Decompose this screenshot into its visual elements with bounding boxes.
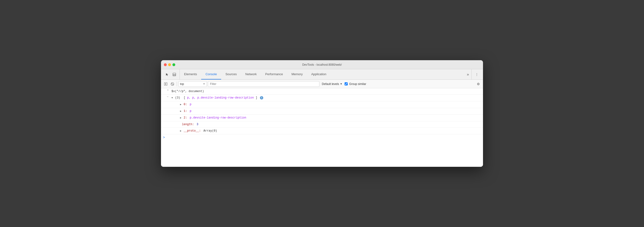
dock-icon[interactable] [171, 71, 178, 78]
console-row-item-0: ▶ 0: p [161, 101, 483, 108]
collapse-arrow-icon[interactable]: ▼ [172, 97, 173, 99]
console-row-input: > $x("//p", document) [161, 88, 483, 95]
array-bracket-close: ] [256, 96, 257, 99]
array-preview-text: p, p, p.devsite-landing-row-description [187, 96, 254, 99]
window-title: DevTools - localhost:8080/web/ [302, 63, 342, 66]
levels-arrow-icon: ▼ [340, 83, 342, 85]
expand-arrow-1-icon[interactable]: ▶ [180, 110, 182, 113]
traffic-lights [164, 63, 175, 66]
proto-key: __proto__: [184, 129, 201, 133]
tab-console[interactable]: Console [201, 69, 221, 80]
tab-performance[interactable]: Performance [261, 69, 287, 80]
context-selector[interactable]: top ▼ [178, 81, 207, 87]
console-row-proto: ▶ __proto__: Array(0) [161, 128, 483, 134]
context-arrow-icon: ▼ [203, 83, 205, 85]
prop-val-2: p.devsite-landing-row-description [190, 116, 246, 119]
levels-selector[interactable]: Default levels ▼ [320, 82, 344, 86]
tab-network[interactable]: Network [241, 69, 261, 80]
svg-line-6 [172, 83, 173, 85]
toolbar-separator-1 [177, 82, 177, 86]
console-item-1-content: ▶ 1: p [175, 109, 483, 114]
console-live-input[interactable] [166, 135, 481, 140]
tab-elements[interactable]: Elements [180, 69, 201, 80]
tab-sources[interactable]: Sources [221, 69, 241, 80]
console-length-content: length: 3 [170, 122, 483, 127]
console-row-item-1: ▶ 1: p [161, 108, 483, 115]
tab-bar-right: ⋮ [471, 69, 482, 80]
console-row-item-2: ▶ 2: p.devsite-landing-row-description [161, 115, 483, 121]
expand-arrow-proto-icon[interactable]: ▶ [180, 130, 182, 132]
tab-bar-icons [162, 69, 180, 80]
console-row-length: length: 3 [161, 121, 483, 128]
prop-key-0: 0: [184, 103, 187, 106]
devtools-window: DevTools - localhost:8080/web/ Elements [161, 60, 483, 167]
more-options-button[interactable]: ⋮ [474, 71, 480, 78]
tab-bar: Elements Console Sources Network Perform… [161, 69, 483, 80]
console-area[interactable]: > $x("//p", document) ← ▼ (3) [ p, p, p.… [161, 88, 483, 167]
console-output-header-content: ▼ (3) [ p, p, p.devsite-landing-row-desc… [170, 95, 483, 101]
levels-label: Default levels [322, 82, 339, 86]
settings-gear-button[interactable]: ⚙ [476, 81, 481, 87]
length-value: 3 [197, 123, 198, 126]
console-row-output-header: ← ▼ (3) [ p, p, p.devsite-landing-row-de… [161, 95, 483, 101]
clear-console-button[interactable] [170, 81, 175, 87]
info-icon[interactable]: i [260, 96, 263, 99]
group-similar-label: Group similar [349, 82, 366, 86]
array-count: (3) [175, 96, 182, 99]
prop-val-0: p [190, 103, 192, 106]
console-input-text: $x("//p", document) [172, 90, 204, 93]
title-bar: DevTools - localhost:8080/web/ [161, 60, 483, 69]
maximize-button[interactable] [172, 63, 175, 66]
expand-arrow-2-icon[interactable]: ▶ [180, 117, 182, 119]
close-button[interactable] [164, 63, 167, 66]
array-bracket-open: [ [184, 96, 185, 99]
console-input-content: $x("//p", document) [170, 89, 483, 94]
group-similar-checkbox[interactable] [344, 82, 348, 85]
filter-input[interactable] [208, 81, 320, 87]
console-toolbar: top ▼ Default levels ▼ Group similar ⚙ [161, 80, 483, 88]
console-gutter-2: ← [161, 95, 170, 98]
prop-key-1: 1: [184, 109, 187, 113]
prop-key-2: 2: [184, 116, 187, 119]
svg-marker-4 [165, 83, 166, 85]
console-item-2-content: ▶ 2: p.devsite-landing-row-description [175, 115, 483, 121]
console-item-0-content: ▶ 0: p [175, 102, 483, 107]
expand-arrow-0-icon[interactable]: ▶ [180, 103, 182, 106]
prompt-icon: > [167, 89, 168, 92]
console-proto-content: ▶ __proto__: Array(0) [175, 128, 483, 134]
tabs: Elements Console Sources Network Perform… [180, 69, 464, 80]
console-input-prompt-row[interactable]: > [161, 134, 483, 141]
proto-val: Array(0) [203, 129, 217, 133]
back-arrow-icon: ← [167, 95, 168, 98]
length-key: length: [182, 123, 194, 126]
gear-icon: ⚙ [477, 82, 480, 86]
tab-application[interactable]: Application [307, 69, 331, 80]
group-similar-checkbox-group[interactable]: Group similar [344, 82, 366, 86]
console-gutter: > [161, 89, 170, 92]
prop-val-1: p [190, 109, 192, 113]
context-label: top [180, 82, 184, 86]
svg-rect-1 [173, 75, 176, 76]
minimize-button[interactable] [168, 63, 171, 66]
tab-memory[interactable]: Memory [287, 69, 307, 80]
console-input-chevron-icon: > [163, 136, 165, 139]
cursor-icon[interactable] [164, 71, 170, 78]
tab-overflow-button[interactable]: » [464, 69, 471, 80]
execute-script-button[interactable] [163, 81, 168, 87]
